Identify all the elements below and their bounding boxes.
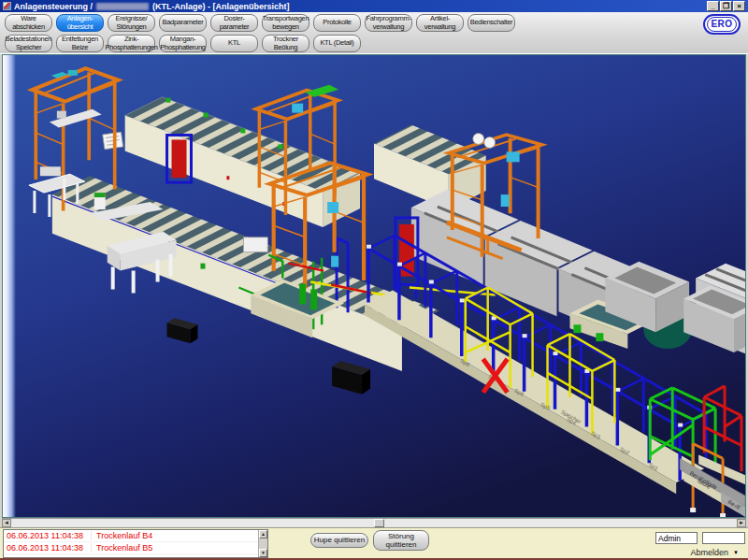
window-title-prefix: Anlagensteuerung / — [14, 2, 93, 11]
scroll-left-button[interactable]: ◄ — [2, 519, 11, 527]
horizontal-scrollbar-thumb[interactable] — [374, 519, 384, 527]
logout-dropdown[interactable]: Abmelden ▼ — [691, 548, 739, 557]
scene-left-glow — [3, 55, 16, 517]
window-title-suffix: (KTL-Anlage) - [Anlagenübersicht] — [152, 2, 290, 11]
toolbar: Ware abschicken Anlagen- übersicht Ereig… — [0, 12, 748, 54]
tab-ware-abschicken[interactable]: Ware abschicken — [5, 14, 52, 32]
tab-ktl[interactable]: KTL — [210, 35, 258, 52]
alarm-text: Trockenlauf B5 — [92, 543, 152, 553]
username-field[interactable] — [655, 532, 698, 544]
alarm-message-row[interactable]: 06.06.2013 11:04:38 Trockenlauf B5 — [4, 542, 267, 554]
tab-anlagen-uebersicht[interactable]: Anlagen- übersicht — [56, 14, 104, 32]
info-sign — [103, 132, 123, 150]
tab-fahrprogrammverwaltung[interactable]: Fahrprogramm- verwaltung — [365, 14, 412, 32]
alarm-timestamp: 06.06.2013 11:04:38 — [4, 531, 92, 540]
acknowledge-fault-button[interactable]: Störung quittieren — [373, 530, 429, 551]
tab-transportwagen-bewegen[interactable]: Transportwagen bewegen — [262, 14, 309, 32]
alarm-timestamp: 06.06.2013 11:04:38 — [4, 543, 92, 553]
status-bar: 06.06.2013 11:04:38 Trockenlauf B4 06.06… — [0, 527, 748, 560]
plant-3d-viewport[interactable]: Sp8 Sp7 Sp6 Sp5 Speicher Sp4 Sp3 Sp2 Sp1… — [2, 54, 746, 518]
tab-mangan-phosphatierung[interactable]: Mangan- Phosphatierung — [159, 35, 207, 52]
application-window: Anlagensteuerung /(KTL-Anlage) - [Anlage… — [0, 0, 748, 560]
restore-button[interactable]: ❐ — [720, 1, 732, 11]
tab-artikelverwaltung[interactable]: Artikel- verwaltung — [416, 14, 464, 32]
minimize-button[interactable]: _ — [707, 1, 719, 11]
tab-beladestationen-speicher[interactable]: Beladestationen Speicher — [5, 35, 52, 52]
tab-badparameter[interactable]: Badparameter — [159, 14, 207, 32]
scroll-right-button[interactable]: ► — [737, 519, 746, 527]
tab-ereignisse-stoerungen[interactable]: Ereignisse/ Störungen — [108, 14, 155, 32]
tab-entfettungen-beize[interactable]: Entfettungen Beize — [56, 35, 104, 52]
redacted-company-name — [96, 3, 149, 10]
alarm-text: Trockenlauf B4 — [92, 531, 152, 540]
alarm-scroll-up-button[interactable]: ▲ — [259, 530, 267, 538]
tab-ktl-detail[interactable]: KTL (Detail) — [313, 35, 361, 52]
title-bar: Anlagensteuerung /(KTL-Anlage) - [Anlage… — [0, 0, 748, 12]
tab-row-stations: Beladestationen Speicher Entfettungen Be… — [5, 35, 361, 52]
tab-protokolle[interactable]: Protokolle — [313, 14, 361, 32]
password-field[interactable] — [702, 532, 745, 544]
tab-trockner-beoelung[interactable]: Trockner Beölung — [262, 35, 309, 52]
tab-bedienschalter[interactable]: Bedienschalter — [468, 14, 515, 32]
plant-3d-scene: Sp8 Sp7 Sp6 Sp5 Speicher Sp4 Sp3 Sp2 Sp1… — [3, 55, 745, 517]
tab-zink-phosphatierungen[interactable]: Zink- Phosphatierungen — [108, 35, 155, 52]
window-controls: _ ❐ × — [707, 1, 745, 11]
ero-logo: ERO — [703, 14, 741, 35]
close-button[interactable]: × — [733, 1, 745, 11]
acknowledge-horn-button[interactable]: Hupe quittieren — [310, 533, 368, 548]
window-title: Anlagensteuerung /(KTL-Anlage) - [Anlage… — [14, 2, 290, 11]
logout-label: Abmelden — [691, 548, 729, 557]
alarm-message-row[interactable]: 06.06.2013 11:04:38 Trockenlauf B4 — [4, 530, 267, 542]
tab-row-main: Ware abschicken Anlagen- übersicht Ereig… — [5, 14, 515, 32]
alarm-message-list[interactable]: 06.06.2013 11:04:38 Trockenlauf B4 06.06… — [3, 529, 268, 558]
horizontal-scrollbar[interactable]: ◄ ► — [2, 518, 746, 527]
ero-logo-text: ERO — [707, 17, 736, 32]
alarm-list-scrollbar[interactable]: ▲ ▼ — [258, 530, 267, 557]
alarm-scroll-down-button[interactable]: ▼ — [259, 549, 267, 557]
chevron-down-icon: ▼ — [733, 550, 739, 555]
app-icon — [3, 2, 11, 10]
tab-dosierparameter[interactable]: Dosier- parameter — [210, 14, 258, 32]
